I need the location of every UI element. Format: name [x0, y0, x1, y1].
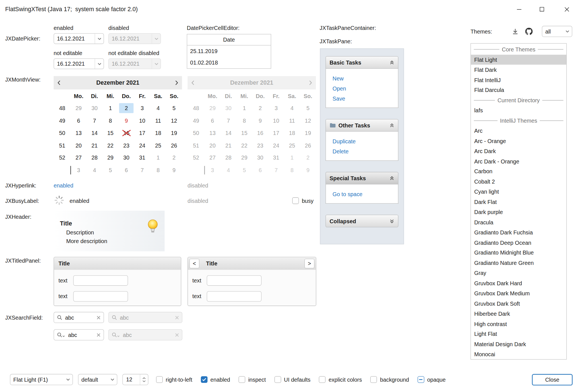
theme-item[interactable]: Cobalt 2 — [471, 177, 566, 187]
checkbox-right-to-left[interactable]: right-to-left — [156, 376, 192, 383]
day-cell[interactable]: 24 — [134, 139, 150, 151]
checkbox-background[interactable]: background — [371, 376, 409, 383]
day-cell[interactable]: 3 — [134, 102, 150, 114]
theme-item[interactable]: Gruvbox Dark Soft — [471, 298, 566, 308]
theme-item[interactable]: Flat Darcula — [471, 85, 566, 95]
day-cell[interactable]: 26 — [166, 139, 182, 151]
day-cell[interactable]: 31 — [134, 151, 150, 164]
day-cell[interactable]: 7 — [87, 114, 103, 127]
day-cell[interactable]: 4 — [150, 102, 166, 114]
text-input[interactable] — [73, 275, 128, 286]
task-link[interactable]: New — [333, 73, 398, 84]
taskpane-title[interactable]: Special Tasks — [326, 172, 399, 184]
day-cell[interactable]: 1 — [150, 151, 166, 164]
checkbox-inspect[interactable]: inspect — [239, 376, 266, 383]
taskpane-title[interactable]: Collapsed — [326, 215, 399, 227]
combo-value[interactable]: Flat Light (F1) — [10, 376, 63, 383]
spinner-up-button[interactable] — [142, 377, 146, 379]
github-button[interactable] — [524, 27, 534, 36]
checkbox-UI-defaults[interactable]: UI defaults — [274, 376, 310, 383]
day-cell[interactable]: 2 — [166, 151, 182, 164]
day-cell[interactable]: 20 — [71, 139, 87, 151]
day-cell[interactable]: 29 — [71, 102, 87, 114]
clear-icon[interactable] — [96, 315, 101, 320]
theme-item[interactable]: Dark purple — [471, 207, 566, 217]
day-cell[interactable]: 4 — [87, 164, 103, 176]
task-link[interactable]: Delete — [333, 146, 398, 156]
theme-item[interactable]: Arc Dark - Orange — [471, 156, 566, 166]
expand-icon[interactable] — [390, 218, 394, 223]
day-cell[interactable]: 12 — [166, 114, 182, 127]
spinner-value[interactable]: 12 — [123, 374, 140, 385]
chevron-down-icon[interactable] — [95, 34, 104, 44]
day-cell[interactable]: 17 — [134, 127, 150, 139]
checkbox-box[interactable] — [156, 376, 163, 383]
theme-item[interactable]: Gradianto Deep Ocean — [471, 237, 566, 248]
search-input[interactable]: abc — [65, 314, 96, 320]
day-cell[interactable]: 9 — [118, 114, 134, 127]
table-row[interactable]: 01.02.2018 — [187, 57, 271, 68]
theme-item[interactable]: High contrast — [471, 319, 566, 329]
collapse-icon[interactable] — [390, 176, 394, 180]
checkbox-box[interactable] — [418, 376, 424, 383]
checkbox-box[interactable] — [292, 197, 299, 204]
theme-item[interactable]: lafs — [471, 105, 566, 115]
checkbox-opaque[interactable]: opaque — [418, 376, 446, 383]
day-cell[interactable]: 28 — [87, 151, 103, 164]
next-month-button[interactable] — [175, 80, 178, 85]
close-button[interactable]: Close — [532, 374, 572, 386]
theme-item[interactable]: Dark Flat — [471, 197, 566, 207]
day-cell[interactable]: 6 — [71, 114, 87, 127]
theme-item[interactable]: Monocai — [471, 349, 566, 359]
search-field-enabled[interactable]: abc — [54, 312, 104, 323]
title-left-button[interactable]: < — [189, 258, 199, 268]
day-cell[interactable]: 16 — [118, 127, 134, 139]
theme-item[interactable]: Carbon — [471, 166, 566, 176]
search-input[interactable]: abc — [68, 332, 96, 338]
day-cell[interactable]: 14 — [87, 127, 103, 139]
day-cell[interactable]: 3 — [71, 164, 87, 176]
task-link[interactable]: Duplicate — [333, 136, 398, 146]
datepicker-enabled[interactable]: 16.12.2021 — [54, 33, 104, 44]
laf-combo[interactable]: Flat Light (F1) — [10, 374, 73, 385]
theme-item[interactable]: Arc Dark — [471, 146, 566, 156]
download-button[interactable] — [510, 27, 520, 36]
theme-item[interactable]: Hiberbee Dark — [471, 308, 566, 319]
table-row[interactable]: 25.11.2019 — [187, 46, 271, 57]
search-field-with-menu-enabled[interactable]: abc — [54, 329, 104, 341]
day-cell[interactable]: 8 — [150, 164, 166, 176]
theme-item[interactable]: Gradianto Nature Green — [471, 258, 566, 268]
theme-item[interactable]: Cyan light — [471, 187, 566, 197]
day-cell[interactable]: 7 — [134, 164, 150, 176]
day-cell[interactable]: 18 — [150, 127, 166, 139]
datepicker-not-editable[interactable]: 16.12.2021 — [54, 58, 104, 69]
day-cell[interactable]: 30 — [87, 102, 103, 114]
themes-filter-combo[interactable]: all — [542, 26, 572, 37]
day-cell[interactable]: 21 — [87, 139, 103, 151]
day-cell[interactable]: 22 — [102, 139, 118, 151]
day-cell[interactable]: 25 — [150, 139, 166, 151]
theme-item[interactable]: Flat IntelliJ — [471, 75, 566, 85]
day-cell[interactable]: 13 — [71, 127, 87, 139]
spinner-down-button[interactable] — [142, 380, 146, 382]
day-cell[interactable]: 30 — [118, 151, 134, 164]
close-window-button[interactable] — [553, 0, 580, 18]
checkbox-enabled[interactable]: enabled — [201, 376, 230, 383]
search-with-menu-icon[interactable] — [57, 332, 65, 338]
theme-item[interactable]: Material Design Dark — [471, 339, 566, 349]
day-cell[interactable]: 8 — [102, 114, 118, 127]
checkbox-box[interactable] — [274, 376, 281, 383]
theme-item[interactable]: Light Flat — [471, 329, 566, 339]
theme-item[interactable]: Gruvbox Dark Medium — [471, 288, 566, 298]
theme-item[interactable]: Flat Dark — [471, 65, 566, 75]
theme-item[interactable]: Nord — [471, 359, 566, 360]
theme-item[interactable]: Arc - Orange — [471, 136, 566, 146]
day-cell[interactable]: 15 — [102, 127, 118, 139]
title-right-button[interactable]: > — [305, 258, 315, 268]
day-cell[interactable]: 19 — [166, 127, 182, 139]
taskpane-title[interactable]: Basic Tasks — [326, 56, 399, 69]
day-cell[interactable]: 1 — [102, 102, 118, 114]
datepicker-value[interactable]: 16.12.2021 — [54, 35, 95, 42]
theme-item[interactable]: Gradianto Dark Fuchsia — [471, 227, 566, 237]
font-size-spinner[interactable]: 12 — [122, 374, 148, 385]
